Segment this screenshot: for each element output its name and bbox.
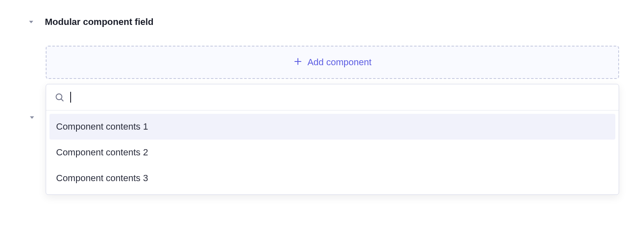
field-title: Modular component field bbox=[45, 17, 154, 27]
option-item[interactable]: Component contents 3 bbox=[49, 165, 615, 191]
dropdown-row: Component contents 1 Component contents … bbox=[29, 84, 619, 195]
options-list: Component contents 1 Component contents … bbox=[46, 111, 619, 194]
add-button-wrapper: Add component bbox=[46, 46, 619, 79]
option-item[interactable]: Component contents 2 bbox=[49, 140, 615, 165]
text-cursor bbox=[70, 92, 71, 103]
modular-field-container: Modular component field Add component bbox=[0, 0, 644, 195]
svg-line-3 bbox=[61, 99, 63, 101]
collapse-caret-icon bbox=[29, 21, 33, 23]
search-row[interactable] bbox=[46, 84, 619, 111]
add-component-button[interactable]: Add component bbox=[46, 46, 619, 79]
plus-icon bbox=[293, 57, 302, 68]
field-header[interactable]: Modular component field bbox=[29, 17, 619, 27]
component-dropdown: Component contents 1 Component contents … bbox=[46, 84, 619, 195]
component-search-input[interactable] bbox=[77, 92, 610, 103]
collapse-caret-icon[interactable] bbox=[30, 116, 34, 119]
option-item[interactable]: Component contents 1 bbox=[49, 114, 615, 140]
add-component-label: Add component bbox=[307, 57, 371, 68]
search-icon bbox=[54, 92, 64, 102]
